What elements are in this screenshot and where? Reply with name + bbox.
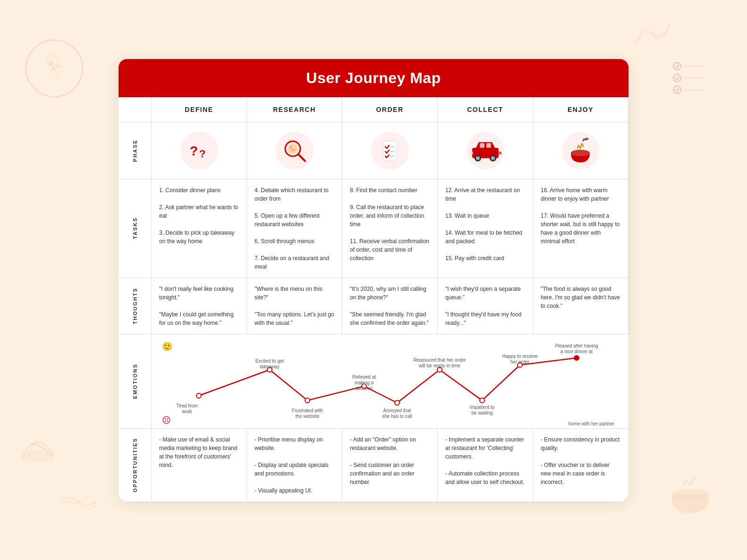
thoughts-row-label: THOUGHTS — [119, 278, 152, 334]
svg-text:the website: the website — [296, 414, 320, 419]
svg-text:Impatient to: Impatient to — [470, 405, 495, 410]
phase-icon-research — [247, 122, 342, 179]
svg-text:decision: decision — [356, 386, 373, 391]
svg-point-17 — [289, 146, 292, 149]
svg-point-5 — [21, 451, 54, 462]
svg-point-3 — [56, 65, 59, 68]
journey-table: DEFINE RESEARCH ORDER COLLECT ENJOY PHAS… — [119, 97, 628, 501]
opps-order: - Add an "Order" option on restaurant we… — [342, 429, 438, 501]
opps-enjoy: - Ensure consistency in product quality.… — [533, 429, 628, 501]
opportunities-row-label: OPPORTUNITIES — [119, 429, 152, 501]
research-icon-circle — [276, 132, 314, 170]
svg-text:?: ? — [199, 148, 205, 160]
svg-point-8 — [673, 74, 681, 82]
svg-point-12 — [671, 489, 709, 500]
bg-noodle2-decoration — [19, 431, 57, 466]
svg-point-38 — [196, 393, 201, 398]
svg-rect-34 — [498, 152, 501, 154]
thoughts-define: "I don't really feel like cooking tonigh… — [152, 278, 247, 334]
svg-point-46 — [574, 356, 579, 360]
svg-text:Pleased after having: Pleased after having — [555, 343, 598, 348]
svg-text:🙂: 🙂 — [162, 341, 173, 352]
svg-point-44 — [480, 398, 484, 403]
phase-icon-enjoy — [533, 122, 628, 179]
svg-point-32 — [491, 156, 495, 160]
svg-rect-33 — [469, 152, 473, 154]
card-header: User Journey Map — [119, 59, 628, 97]
header-corner — [119, 97, 152, 122]
bg-pizza-decoration — [24, 38, 85, 101]
opps-research: - Prioritise menu display on website. - … — [247, 429, 342, 501]
thoughts-order: "It's 2020, why am I still calling on th… — [342, 278, 438, 334]
define-icon-circle: ? ? — [180, 132, 218, 170]
tasks-collect: 12. Arrive at the restaurant on time 13.… — [438, 179, 533, 278]
svg-point-2 — [49, 62, 53, 66]
phase-icon-define: ? ? — [152, 122, 247, 179]
svg-rect-28 — [486, 143, 491, 148]
svg-point-19 — [291, 149, 293, 151]
svg-point-30 — [476, 156, 480, 160]
opps-collect: - Implement a separate counter at restau… — [438, 429, 533, 501]
order-icon-circle — [371, 132, 409, 170]
svg-text:she has to call: she has to call — [382, 414, 412, 419]
svg-text:takeaway: takeaway — [260, 364, 280, 369]
svg-line-21 — [298, 154, 305, 161]
svg-text:Happy to receive: Happy to receive — [502, 354, 537, 359]
svg-text:?: ? — [190, 144, 198, 158]
bg-noodle1-decoration — [634, 19, 671, 49]
emotions-row: EMOTIONS 🙂 ☹ — [119, 334, 628, 429]
svg-text:Annoyed that: Annoyed that — [383, 408, 411, 413]
thoughts-collect: "I wish they'd open a separate queue." "… — [438, 278, 533, 334]
phase-header-enjoy: ENJOY — [533, 97, 628, 122]
svg-text:a nice dinner at: a nice dinner at — [560, 349, 593, 354]
svg-text:will be ready in time: will be ready in time — [418, 363, 460, 368]
svg-text:Frustrated with: Frustrated with — [292, 408, 323, 413]
svg-point-18 — [292, 148, 295, 151]
phase-header-collect: COLLECT — [438, 97, 533, 122]
svg-rect-22 — [383, 141, 397, 160]
svg-text:Relieved at: Relieved at — [352, 374, 376, 380]
svg-point-0 — [26, 40, 83, 97]
svg-point-35 — [571, 150, 590, 156]
last-emotion-label: home with her partner — [569, 421, 614, 426]
svg-point-4 — [52, 67, 55, 70]
tasks-order: 8. Find the contact number 9. Call the r… — [342, 179, 438, 278]
enjoy-icon-circle — [562, 132, 600, 170]
emotions-row-label: EMOTIONS — [119, 334, 152, 429]
svg-text:Tired from: Tired from — [176, 403, 197, 408]
svg-point-42 — [395, 400, 399, 405]
svg-text:making a: making a — [355, 380, 374, 385]
opps-define: - Make use of email & social media marke… — [152, 429, 247, 501]
thoughts-research: "Where is the menu on this site?" "Too m… — [247, 278, 342, 334]
bg-bowl-decoration — [662, 473, 719, 522]
svg-point-16 — [288, 144, 297, 153]
page-title: User Journey Map — [119, 69, 628, 87]
svg-point-10 — [673, 86, 681, 93]
journey-map-card: User Journey Map DEFINE RESEARCH ORDER C… — [119, 59, 628, 501]
svg-point-1 — [46, 53, 63, 70]
collect-icon-circle — [467, 132, 504, 170]
svg-text:☹: ☹ — [162, 416, 171, 425]
emotions-chart: 🙂 ☹ — [152, 334, 628, 429]
svg-text:Reassured that her order: Reassured that her order — [413, 357, 466, 363]
emotions-label-text: EMOTIONS — [132, 364, 138, 399]
svg-point-40 — [305, 398, 310, 403]
svg-point-6 — [673, 62, 681, 70]
phase-header-order: ORDER — [342, 97, 438, 122]
phase-icon-order — [342, 122, 438, 179]
svg-rect-27 — [480, 143, 484, 148]
svg-text:be waiting: be waiting — [471, 410, 492, 416]
tasks-research: 4. Debate which restaurant to order from… — [247, 179, 342, 278]
phase-header-define: DEFINE — [152, 97, 247, 122]
phase-header-research: RESEARCH — [247, 97, 342, 122]
bg-checklist-decoration — [671, 57, 709, 101]
bg-noodle3-decoration — [57, 492, 99, 513]
tasks-define: 1. Consider dinner plans 2. Ask partner … — [152, 179, 247, 278]
svg-text:work: work — [181, 409, 192, 414]
tasks-enjoy: 16. Arrive home with warm dinner to enjo… — [533, 179, 628, 278]
tasks-row-label: TASKS — [119, 179, 152, 278]
thoughts-enjoy: "The food is always so good here. I'm so… — [533, 278, 628, 334]
phase-row-label: PHASE — [119, 122, 152, 179]
phase-icon-collect — [438, 122, 533, 179]
svg-text:Excited to get: Excited to get — [255, 358, 284, 364]
